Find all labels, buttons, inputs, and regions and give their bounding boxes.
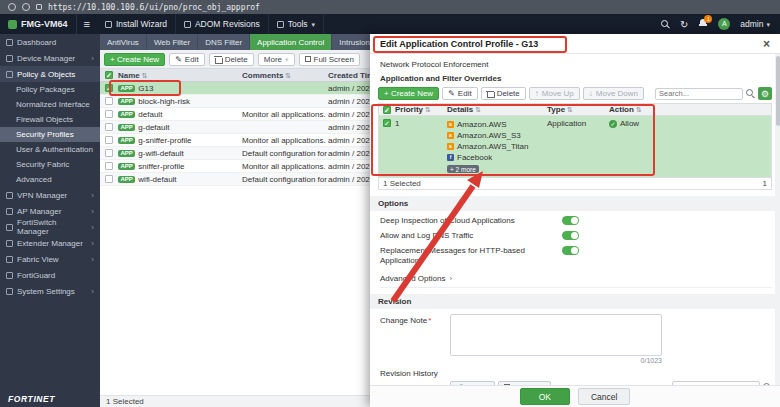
edit-panel-footer: OK Cancel: [370, 385, 780, 407]
search-icon[interactable]: [763, 383, 772, 386]
create-new-button[interactable]: + Create New: [104, 53, 165, 66]
view-diff-button[interactable]: View Diff: [498, 381, 550, 386]
row-checkbox[interactable]: [105, 110, 113, 118]
sidebar-item-extender-manager[interactable]: Extender Manager: [0, 235, 100, 251]
sidebar-item-advanced[interactable]: Advanced: [0, 172, 100, 187]
history-search-input[interactable]: [672, 381, 760, 385]
scrollbar[interactable]: [775, 54, 780, 385]
column-comments[interactable]: Comments: [242, 71, 328, 80]
delete-button[interactable]: Delete: [209, 53, 254, 66]
full-screen-button[interactable]: Full Screen: [299, 53, 360, 66]
sidebar-item-label: VPN Manager: [17, 191, 67, 200]
row-checkbox[interactable]: [105, 136, 113, 144]
chevron-right-icon: [91, 223, 94, 232]
scrollbar-thumb[interactable]: [776, 56, 780, 126]
column-name[interactable]: Name: [118, 71, 242, 80]
column-details[interactable]: Details: [447, 105, 547, 114]
address-bar[interactable]: https://10.100.100.6/ui/pno/proc_obj_app…: [48, 3, 260, 12]
override-row[interactable]: 1 Amazon.AWS Amazon.AWS_S3 Amazon.AWS_Ti…: [379, 116, 771, 177]
column-priority[interactable]: Priority: [395, 105, 447, 114]
column-type[interactable]: Type: [547, 105, 609, 114]
row-checkbox[interactable]: [105, 84, 113, 92]
sidebar-item-vpn-manager[interactable]: VPN Manager: [0, 187, 100, 203]
sidebar-item-ap-manager[interactable]: AP Manager: [0, 203, 100, 219]
tab-dns-filter[interactable]: DNS Filter: [198, 34, 250, 50]
sidebar-item-dashboard[interactable]: Dashboard: [0, 34, 100, 50]
trash-icon: [487, 90, 494, 98]
sidebar-item-device-manager[interactable]: Device Manager: [0, 50, 100, 66]
chevron-down-icon: [766, 19, 770, 29]
arrow-up-icon: [535, 89, 539, 98]
ok-button[interactable]: OK: [520, 388, 570, 405]
notifications-button[interactable]: 1: [698, 19, 708, 29]
overrides-select-all-checkbox[interactable]: [383, 106, 391, 114]
sidebar-item-system-settings[interactable]: System Settings: [0, 283, 100, 299]
sidebar-item-security-fabric[interactable]: Security Fabric: [0, 157, 100, 172]
extender-manager-icon: [6, 240, 13, 247]
row-checkbox[interactable]: [105, 175, 113, 183]
tab-application-control[interactable]: Application Control: [250, 34, 332, 50]
move-up-button[interactable]: Move Up: [529, 87, 580, 100]
profile-name: g-wifi-default: [138, 149, 183, 158]
edit-button[interactable]: Edit: [169, 53, 205, 66]
change-note-counter: 0/1023: [450, 357, 662, 364]
menu-tools[interactable]: Tools: [269, 14, 324, 34]
refresh-icon[interactable]: [680, 19, 688, 30]
overrides-edit-button[interactable]: Edit: [442, 87, 478, 100]
chevron-right-icon: [449, 274, 452, 283]
overrides-create-new-button[interactable]: + Create New: [378, 87, 439, 100]
row-checkbox[interactable]: [383, 119, 391, 127]
override-action: Allow: [609, 119, 659, 128]
advanced-options-expander[interactable]: Advanced Options: [380, 274, 772, 288]
overrides-search-input[interactable]: [655, 88, 743, 100]
deep-inspection-toggle[interactable]: [562, 216, 579, 225]
sidebar-subitem-label: Normalized Interface: [16, 100, 90, 109]
pencil-icon: [175, 55, 182, 64]
sidebar-item-fabric-view[interactable]: Fabric View: [0, 251, 100, 267]
revert-button[interactable]: Revert: [450, 381, 495, 386]
menu-install-wizard[interactable]: Install Wizard: [97, 14, 176, 34]
overrides-delete-button[interactable]: Delete: [481, 87, 526, 100]
amazon-aws-app-icon: [447, 143, 454, 150]
change-note-row: Change Note*: [378, 314, 772, 356]
change-note-input[interactable]: [450, 314, 662, 356]
search-icon[interactable]: [661, 20, 670, 29]
browser-refresh-icon[interactable]: [22, 3, 30, 11]
sidebar-item-policy-packages[interactable]: Policy Packages: [0, 82, 100, 97]
user-menu[interactable]: admin: [740, 19, 770, 29]
avatar[interactable]: [718, 18, 730, 30]
undo-icon: [456, 383, 463, 386]
column-settings-button[interactable]: [758, 87, 772, 100]
more-button[interactable]: More: [258, 53, 295, 66]
more-apps-badge[interactable]: + 2 more: [447, 165, 479, 173]
move-down-button[interactable]: Move Down: [583, 87, 644, 100]
notification-badge: 1: [704, 15, 712, 23]
sidebar-item-firewall-objects[interactable]: Firewall Objects: [0, 112, 100, 127]
sidebar-item-fortiguard[interactable]: FortiGuard: [0, 267, 100, 283]
tab-web-filter[interactable]: Web Filter: [147, 34, 198, 50]
sidebar-item-policy-objects[interactable]: Policy & Objects: [0, 66, 100, 82]
tab-antivirus[interactable]: AntiVirus: [100, 34, 147, 50]
row-checkbox[interactable]: [105, 162, 113, 170]
sidebar-item-user-authentication[interactable]: User & Authentication: [0, 142, 100, 157]
browser-back-icon[interactable]: [8, 3, 16, 11]
replacement-messages-toggle[interactable]: [562, 246, 579, 255]
close-icon[interactable]: [763, 37, 770, 51]
row-checkbox[interactable]: [105, 123, 113, 131]
sort-icon: [285, 71, 291, 80]
device-manager-icon: [6, 55, 13, 62]
tools-icon: [277, 21, 284, 28]
row-checkbox[interactable]: [105, 149, 113, 157]
column-action[interactable]: Action: [609, 105, 659, 114]
sidebar-item-security-profiles[interactable]: Security Profiles: [0, 127, 100, 142]
select-all-checkbox[interactable]: [105, 71, 113, 79]
sidebar-item-fortiswitch-manager[interactable]: FortiSwitch Manager: [0, 219, 100, 235]
sidebar-item-label: Extender Manager: [17, 239, 83, 248]
row-checkbox[interactable]: [105, 97, 113, 105]
cancel-button[interactable]: Cancel: [578, 388, 630, 405]
menu-adom-revisions[interactable]: ADOM Revisions: [176, 14, 269, 34]
search-icon[interactable]: [746, 89, 755, 98]
sidebar-item-normalized-interface[interactable]: Normalized Interface: [0, 97, 100, 112]
hamburger-icon[interactable]: [77, 18, 97, 30]
allow-log-dns-toggle[interactable]: [562, 231, 579, 240]
